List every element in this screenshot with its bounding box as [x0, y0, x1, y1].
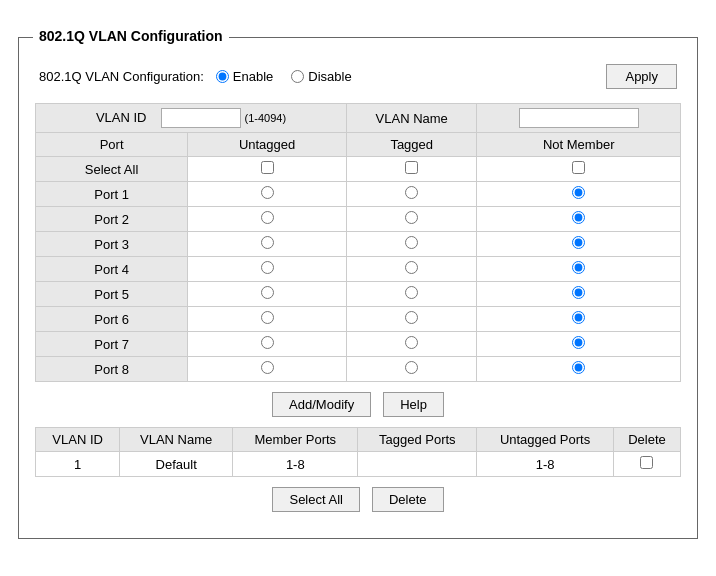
vlan-enable-group: Enable Disable — [216, 69, 607, 84]
vlan-list-row: 1Default1-81-8 — [36, 452, 681, 477]
select-all-button[interactable]: Select All — [272, 487, 359, 512]
port_3-untagged-cell[interactable] — [188, 232, 347, 257]
port_1-tagged-cell[interactable] — [346, 182, 476, 207]
not-member-selectall-checkbox[interactable] — [572, 161, 585, 174]
tagged-selectall[interactable] — [346, 157, 476, 182]
enable-radio-label[interactable]: Enable — [216, 69, 273, 84]
port_5-tagged-cell[interactable] — [346, 282, 476, 307]
col-tagged-header: Tagged — [346, 133, 476, 157]
port-name-7: Port 7 — [36, 332, 188, 357]
col-untagged-header: Untagged — [188, 133, 347, 157]
port_7-untagged-cell[interactable] — [188, 332, 347, 357]
port_2-not-member-radio[interactable] — [572, 211, 585, 224]
main-container: 802.1Q VLAN Configuration 802.1Q VLAN Co… — [18, 37, 698, 539]
col-port-header: Port — [36, 133, 188, 157]
port_6-untagged-radio[interactable] — [261, 311, 274, 324]
top-bar: 802.1Q VLAN Configuration: Enable Disabl… — [35, 64, 681, 89]
port-name-1: Port 1 — [36, 182, 188, 207]
tagged-selectall-checkbox[interactable] — [405, 161, 418, 174]
port_4-untagged-radio[interactable] — [261, 261, 274, 274]
vlan-list-header-4: Untagged Ports — [477, 428, 614, 452]
port_1-tagged-radio[interactable] — [405, 186, 418, 199]
port_4-not-member-radio[interactable] — [572, 261, 585, 274]
disable-radio-label[interactable]: Disable — [291, 69, 351, 84]
port_1-untagged-radio[interactable] — [261, 186, 274, 199]
port_4-untagged-cell[interactable] — [188, 257, 347, 282]
port_8-not-member-cell[interactable] — [477, 357, 681, 382]
disable-radio[interactable] — [291, 70, 304, 83]
port-name-2: Port 2 — [36, 207, 188, 232]
help-button[interactable]: Help — [383, 392, 444, 417]
vlan-list-header-2: Member Ports — [233, 428, 358, 452]
vlan-list-id: 1 — [36, 452, 120, 477]
port_3-not-member-radio[interactable] — [572, 236, 585, 249]
port_4-tagged-cell[interactable] — [346, 257, 476, 282]
port-name-4: Port 4 — [36, 257, 188, 282]
vlan-config-label: 802.1Q VLAN Configuration: — [39, 69, 204, 84]
port_1-untagged-cell[interactable] — [188, 182, 347, 207]
disable-label: Disable — [308, 69, 351, 84]
untagged-selectall-checkbox[interactable] — [261, 161, 274, 174]
bottom-buttons: Select All Delete — [35, 487, 681, 512]
port_8-untagged-radio[interactable] — [261, 361, 274, 374]
vlan-list-header-5: Delete — [613, 428, 680, 452]
port_5-untagged-cell[interactable] — [188, 282, 347, 307]
delete-button[interactable]: Delete — [372, 487, 444, 512]
port_3-tagged-cell[interactable] — [346, 232, 476, 257]
port_8-not-member-radio[interactable] — [572, 361, 585, 374]
port_2-tagged-radio[interactable] — [405, 211, 418, 224]
port_5-untagged-radio[interactable] — [261, 286, 274, 299]
port_7-tagged-radio[interactable] — [405, 336, 418, 349]
port_6-tagged-radio[interactable] — [405, 311, 418, 324]
add-modify-button[interactable]: Add/Modify — [272, 392, 371, 417]
port_5-not-member-radio[interactable] — [572, 286, 585, 299]
port_8-untagged-cell[interactable] — [188, 357, 347, 382]
not-member-selectall[interactable] — [477, 157, 681, 182]
vlan-name-input-cell — [477, 104, 681, 133]
vlan-config-table: VLAN ID (1-4094) VLAN Name Port Untagged… — [35, 103, 681, 382]
port_2-untagged-cell[interactable] — [188, 207, 347, 232]
port_2-not-member-cell[interactable] — [477, 207, 681, 232]
port_7-not-member-radio[interactable] — [572, 336, 585, 349]
port_7-untagged-radio[interactable] — [261, 336, 274, 349]
enable-label: Enable — [233, 69, 273, 84]
port-name-3: Port 3 — [36, 232, 188, 257]
port_7-not-member-cell[interactable] — [477, 332, 681, 357]
vlan-list-delete-cell[interactable] — [613, 452, 680, 477]
port_7-tagged-cell[interactable] — [346, 332, 476, 357]
port_6-untagged-cell[interactable] — [188, 307, 347, 332]
port_8-tagged-cell[interactable] — [346, 357, 476, 382]
port_2-untagged-radio[interactable] — [261, 211, 274, 224]
port_6-tagged-cell[interactable] — [346, 307, 476, 332]
vlan-id-input[interactable] — [161, 108, 241, 128]
apply-button[interactable]: Apply — [606, 64, 677, 89]
enable-radio[interactable] — [216, 70, 229, 83]
vlan-list-member-ports: 1-8 — [233, 452, 358, 477]
vlan-list-name: Default — [120, 452, 233, 477]
vlan-list-table: VLAN IDVLAN NameMember PortsTagged Ports… — [35, 427, 681, 477]
vlan-list-untagged-ports: 1-8 — [477, 452, 614, 477]
port_1-not-member-radio[interactable] — [572, 186, 585, 199]
port_5-tagged-radio[interactable] — [405, 286, 418, 299]
port_2-tagged-cell[interactable] — [346, 207, 476, 232]
port_4-not-member-cell[interactable] — [477, 257, 681, 282]
untagged-selectall[interactable] — [188, 157, 347, 182]
port_3-untagged-radio[interactable] — [261, 236, 274, 249]
vlan-list-header-1: VLAN Name — [120, 428, 233, 452]
col-not-member-header: Not Member — [477, 133, 681, 157]
port_3-not-member-cell[interactable] — [477, 232, 681, 257]
vlan-list-delete-checkbox[interactable] — [640, 456, 653, 469]
port_4-tagged-radio[interactable] — [405, 261, 418, 274]
port_3-tagged-radio[interactable] — [405, 236, 418, 249]
port_1-not-member-cell[interactable] — [477, 182, 681, 207]
middle-buttons: Add/Modify Help — [35, 392, 681, 417]
port_8-tagged-radio[interactable] — [405, 361, 418, 374]
page-title: 802.1Q VLAN Configuration — [33, 28, 229, 44]
port-name-0: Select All — [36, 157, 188, 182]
vlan-name-input[interactable] — [519, 108, 639, 128]
vlan-list-header-0: VLAN ID — [36, 428, 120, 452]
vlan-list-header-3: Tagged Ports — [358, 428, 477, 452]
port_6-not-member-cell[interactable] — [477, 307, 681, 332]
port_5-not-member-cell[interactable] — [477, 282, 681, 307]
port_6-not-member-radio[interactable] — [572, 311, 585, 324]
